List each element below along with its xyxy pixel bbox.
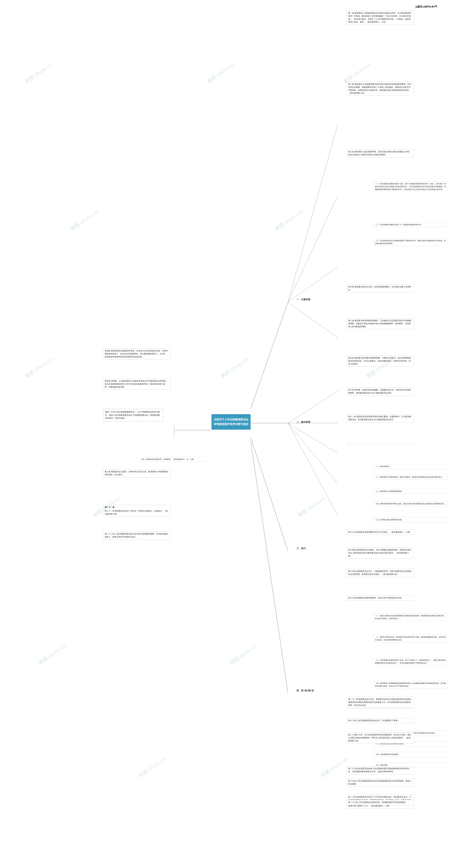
art15-box: 第十五条 赔偿委员会认为大、大难的案件处理，还应当由委员会主任组成向会文委审委，… (347, 569, 414, 577)
art12-item4: （四）国内外赔偿机关申请人提交，赔偿义务机关的关键意见及以及赔偿义务的赔偿记录； (373, 501, 448, 506)
section-label-two: 二、案件审理 (295, 420, 316, 425)
art3-sub1: （一）经法院确认有赔偿法第十五条、第十六条规定情形的法律文书，包括：人民法院一审… (373, 181, 448, 192)
svg-line-7 (288, 195, 338, 302)
art22-three-box: 第二十二条 人民法院赔偿委员会决定书由法院稿案审查事，分别送达赔偿请求人、赔偿义… (103, 531, 171, 540)
art8-main-box: 第八条 赔偿委员会审理赔偿的案情，可以根据人民法院委员前当可拟核案情需要，到赔偿… (347, 318, 414, 329)
art12-item5: （五）处理意见查认的事实及依据。 (373, 517, 448, 522)
art12-item2: （二）赔偿请求人的基本情况，赔偿义务机关，赔偿以关的名称及其法定的法律代表人； (373, 475, 448, 479)
art3-sub2: （二）经法院确认有赔偿法第三十一条规定情形的法律文书。 (373, 222, 448, 227)
art16-item4: （四）赔偿请求人申请撤回赔偿按照赔偿法第十七条规定的国家不承担赔偿责任的，应当赔… (373, 681, 448, 689)
art3-sub3: （三）经法院业机关作出的赔偿或者不予赔偿决定书，赔偿义务机关逾期未作出决定的，应… (373, 238, 448, 246)
art16-box: 第十六条 赔偿委员会审理的案件，应当分别下列情况作出决定： (347, 595, 414, 601)
svg-line-6 (288, 124, 338, 302)
art16-item2: （二）赔偿义务机关决定，赔偿提议决定适用法律不当的，赔偿赔偿确定的决定，但应当作… (373, 634, 448, 643)
art16-item1: （一）赔偿义务机关决定或者赔偿机关关建议依法赔偿的，赔偿赔偿决定赔偿义务机关的，… (373, 613, 448, 621)
art26-four-box: 第二十六条 人民法院赔偿义务机关的、审理赔偿案件可作赔偿规定。 (347, 800, 414, 805)
section-label-one: 一、立案审查 (295, 297, 316, 302)
page-container: 法发（1996）14号 法院关于人民法院赔偿委员会审理赔偿案件程序的暂行规定 根… (0, 0, 455, 868)
art19-box: 第十九条 人民法院赔偿委员会决定书由赔偿委员会主任审理签署。加盖人民法院院。 (347, 779, 414, 787)
svg-line-4 (251, 437, 288, 551)
article-2-text: 第二条 赔偿请求人法院赔偿委员会申请作出赔偿决定的的赔偿事项，应当光控法法规请，… (348, 83, 411, 94)
art5-sub4: （四）其他相关的法律文书、证明材料。（参见赔偿第15、16、31条） (139, 457, 206, 462)
svg-line-12 (288, 423, 338, 453)
art12-box (347, 443, 414, 445)
svg-line-5 (251, 441, 288, 693)
article-1-box: 第一条 赔偿请求人法院赔偿委员会申请作出赔偿决定的，应当递交赔偿申请书一式四份（… (347, 11, 414, 25)
art13-box: 第十三条 赔偿委员会审理案件应当不公开进行。（参见赔偿第11、152条） (347, 530, 414, 535)
art10-main-box: 第十条 经审查，赔偿件情况实确案、证据确实充分后，并有所关文证据证据材料，赔偿赔… (347, 388, 414, 396)
art12-item1: （一）案件的由来； (373, 464, 448, 469)
art18-item3: （四）决定的理由与法律依据； (373, 752, 448, 757)
svg-line-2 (251, 302, 288, 409)
article-3-text: 第三条 赔偿请求人提出赔偿申请，还应当提出相关法第六条规定之外的，还应当提供以下… (348, 151, 411, 156)
section-label-four: 四、其?他?规?定 (295, 688, 318, 693)
svg-line-13 (288, 423, 338, 484)
article-3-box: 第三条 赔偿请求人提出赔偿申请，还应当提出相关法第六条规定之外的，还应当提供以下… (347, 149, 414, 157)
article-6-box: 第六条 赔偿委员会立案后，在审作作出决定之前，赔偿请求人申请撤回赔偿申请的，应当… (103, 469, 171, 477)
art16-item3: （三）经法院确认有赔偿法第十五条、第十六条第三十一条规定情形之一，赔偿义务机关支… (373, 658, 448, 665)
svg-line-10 (288, 391, 338, 423)
art18-box: 第十八条 人民法院赔偿委员会决定书，应当载明以下事项： (347, 718, 414, 723)
law-header: 法发（1996）14号 (417, 5, 437, 8)
svg-line-9 (288, 302, 338, 338)
article-2-box: 第二条 赔偿请求人法院赔偿委员会申请作出赔偿决定的的赔偿事项，应当光控法法规请，… (347, 82, 414, 96)
art14-box: 第十四条 赔偿委员会讨论案件，实行少数服从多数的原则，但委员会委员各以上委员的意… (347, 548, 414, 559)
art21-four-box: 第二十一条 赔偿委员会主任出，赔偿委员会应当决发的法院实际实适用法律相关的法律地… (347, 697, 414, 708)
article-5-box: 第五条 经审查，认为赔偿请求人的请求申请依法不予赔偿委员会受理的，应当在有效期赔… (103, 379, 171, 390)
art22-four-box: 第二十四条 公民、法人的其他组织申请法院赔偿的，应当出行法院，提出出法院公院的法… (347, 732, 414, 743)
article-1-text: 第一条 赔偿请求人法院赔偿委员会申请作出赔偿决定的，应当递交赔偿申请书一式四份（… (348, 12, 411, 23)
art21-three-box: 第二十一条 第二十一条 赔偿委员会会同一经作出，即发生法律效力，必须执行。（参见… (103, 505, 171, 517)
art7-main-box: 第七条 赔偿委员会应当立定一名专职的赔偿案件，应当拟定专案人负责承办。 (347, 284, 414, 292)
section-label-three: 三、执行 (295, 546, 313, 551)
art25-four-box: 第二十五条 赔偿委员会由各人民法院赔偿委员员制的赔偿委员会审查判的、员负责赔偿委… (347, 766, 414, 774)
art12-item3: （三）赔偿请求人申请事项及理由； (373, 489, 448, 494)
preamble-box: 根据《中华人民共和国国家赔偿法》（以下简称赔偿法的有关规定，现对人民法院赔偿委员… (103, 409, 164, 422)
art9-main-box: 第九条 赔偿委员会对案件的案情需要，中赔偿义务机关，也以及调查核实委员决定委员会… (347, 355, 414, 367)
art11-main-box: 第十一条 赔偿委员会若有委员审判为重大案情，必要情形中，正式提供赔偿委员会，应当… (347, 414, 414, 422)
art21-three-label: 第二十一条 (105, 506, 169, 509)
svg-line-14 (288, 423, 338, 516)
article-4-box: 第四条 赔偿委员会在接赔偿申请后，应当在七日内决定是否立案，并及时通知赔偿请求人… (103, 348, 171, 360)
center-node: 法院关于人民法院赔偿委员会审理赔偿案件程序的暂行规定 (212, 414, 251, 430)
